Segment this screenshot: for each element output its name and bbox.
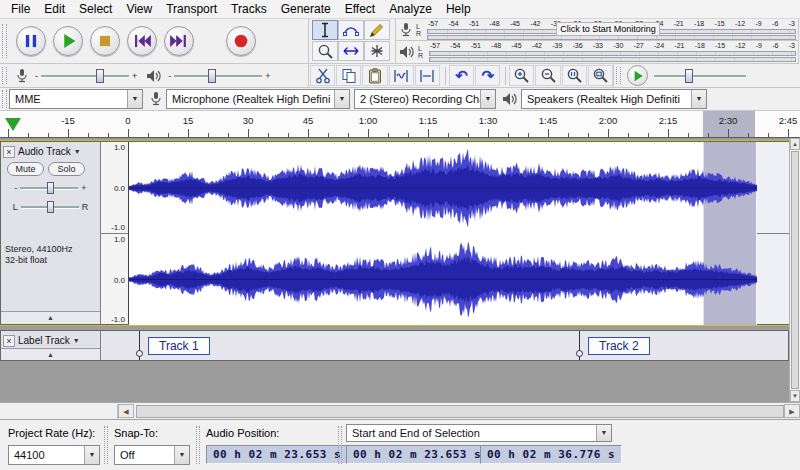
toolbar-grip[interactable] [616, 67, 621, 85]
menu-edit[interactable]: Edit [37, 0, 72, 18]
collapse-track-button[interactable]: ▲ [1, 348, 100, 360]
scroll-up-button[interactable]: ▲ [790, 138, 800, 150]
mute-button[interactable]: Mute [7, 162, 44, 176]
playback-meter[interactable]: -57-54-51-48-45-42-39-36-33-30-27-24-21-… [429, 42, 796, 62]
menu-help[interactable]: Help [439, 0, 478, 18]
playback-meter-toolbar[interactable]: L R -57-54-51-48-45-42-39-36-33-30-27-24… [396, 41, 799, 64]
track-menu-caret-icon[interactable]: ▼ [73, 337, 80, 344]
track-menu-caret-icon[interactable]: ▼ [74, 148, 81, 155]
horizontal-scroll-thumb[interactable] [136, 405, 784, 418]
copy-button[interactable] [336, 65, 361, 86]
chevron-down-icon[interactable]: ▼ [174, 446, 189, 464]
play-at-speed-button[interactable] [627, 65, 648, 86]
vertical-scroll-thumb[interactable] [791, 151, 799, 389]
recording-device-select[interactable]: Microphone (Realtek High Defini ▼ [166, 89, 350, 109]
trim-audio-button[interactable] [389, 65, 414, 86]
menu-tracks[interactable]: Tracks [224, 0, 274, 18]
close-track-button[interactable]: × [3, 146, 15, 158]
selection-mode-select[interactable]: Start and End of Selection ▼ [346, 424, 612, 442]
toolbar-grip[interactable] [196, 426, 200, 464]
timeline-ruler[interactable]: -1501530451:001:151:301:452:002:152:302:… [0, 111, 800, 138]
menu-view[interactable]: View [119, 0, 159, 18]
toolbar-grip[interactable] [2, 67, 7, 85]
snap-to-select[interactable]: Off ▼ [114, 445, 190, 465]
audio-host-select[interactable]: MME ▼ [9, 89, 143, 109]
label-marker-handle-icon[interactable] [576, 350, 583, 357]
redo-button[interactable]: ↷ [475, 65, 500, 86]
menu-file[interactable]: File [4, 0, 37, 18]
zoom-tool-button[interactable] [312, 41, 338, 61]
menu-select[interactable]: Select [72, 0, 119, 18]
scroll-right-button[interactable]: ▶ [784, 404, 800, 418]
slider-thumb[interactable] [47, 182, 54, 194]
play-button[interactable] [53, 26, 83, 56]
recording-volume-slider[interactable] [41, 67, 129, 85]
skip-to-end-button[interactable] [164, 26, 194, 56]
selection-tool-button[interactable] [312, 20, 338, 40]
monitoring-tooltip[interactable]: Click to Start Monitoring [556, 22, 660, 36]
menu-transport[interactable]: Transport [159, 0, 224, 18]
waveform-right-channel[interactable] [129, 234, 789, 325]
menu-effect[interactable]: Effect [338, 0, 382, 18]
recording-meter-toolbar[interactable]: L R -57-54-51-48-45-42-39-36-33-30-27-24… [396, 19, 799, 41]
chevron-down-icon[interactable]: ▼ [127, 90, 142, 108]
recording-channels-select[interactable]: 2 (Stereo) Recording Channels ▼ [354, 89, 496, 109]
waveform-left-channel[interactable] [129, 142, 789, 234]
chevron-down-icon[interactable]: ▼ [84, 446, 99, 464]
vertical-scrollbar[interactable]: ▲ ▼ [789, 138, 800, 402]
pause-button[interactable] [16, 26, 46, 56]
chevron-down-icon[interactable]: ▼ [334, 90, 349, 108]
toolbar-grip[interactable] [2, 90, 7, 107]
playback-device-select[interactable]: Speakers (Realtek High Definiti ▼ [521, 89, 707, 109]
slider-thumb[interactable] [685, 69, 693, 83]
close-track-button[interactable]: × [3, 335, 15, 347]
playback-speed-slider[interactable] [654, 67, 746, 85]
selection-start-display[interactable]: 00 h 02 m 23.653 s [346, 445, 488, 464]
audio-position-display[interactable]: 00 h 02 m 23.653 s [206, 445, 348, 464]
selection-end-display[interactable]: 00 h 02 m 36.776 s [480, 445, 622, 464]
toolbar-grip[interactable] [338, 426, 342, 464]
record-button[interactable] [226, 26, 256, 56]
slider-thumb[interactable] [208, 69, 216, 83]
playback-volume-slider[interactable] [174, 67, 262, 85]
skip-to-start-button[interactable] [127, 26, 157, 56]
paste-button[interactable] [362, 65, 387, 86]
chevron-down-icon[interactable]: ▼ [480, 90, 495, 108]
playhead-marker-icon[interactable] [5, 118, 21, 131]
menu-analyze[interactable]: Analyze [382, 0, 439, 18]
slider-thumb[interactable] [96, 69, 104, 83]
label-marker-handle-icon[interactable] [136, 350, 143, 357]
envelope-tool-button[interactable] [338, 20, 364, 40]
slider-thumb[interactable] [47, 201, 54, 213]
collapse-track-button[interactable]: ▲ [1, 311, 100, 324]
cut-button[interactable] [310, 65, 335, 86]
label-track-title[interactable]: Label Track [18, 335, 70, 346]
recording-meter[interactable]: -57-54-51-48-45-42-39-36-33-30-27-24-21-… [427, 20, 796, 40]
zoom-selection-button[interactable] [562, 65, 587, 86]
label-text[interactable]: Track 1 [148, 337, 210, 355]
label-track-content[interactable]: Track 1Track 2 [101, 331, 788, 360]
scroll-down-button[interactable]: ▼ [790, 390, 800, 402]
stop-button[interactable] [90, 26, 120, 56]
draw-tool-button[interactable] [364, 20, 390, 40]
audio-track-title[interactable]: Audio Track [18, 146, 71, 157]
toolbar-grip[interactable] [2, 24, 7, 58]
zoom-fit-button[interactable] [588, 65, 613, 86]
chevron-down-icon[interactable]: ▼ [691, 90, 706, 108]
horizontal-scrollbar[interactable]: ◀ ▶ [117, 404, 800, 419]
silence-audio-button[interactable] [415, 65, 440, 86]
toolbar-grip[interactable] [104, 426, 108, 464]
gain-slider[interactable] [20, 181, 78, 195]
label-text[interactable]: Track 2 [588, 337, 650, 355]
multi-tool-button[interactable] [364, 41, 390, 61]
solo-button[interactable]: Solo [48, 162, 85, 176]
scroll-left-button[interactable]: ◀ [118, 404, 134, 418]
zoom-in-button[interactable] [509, 65, 534, 86]
pan-slider[interactable] [21, 200, 79, 214]
waveform-area[interactable] [129, 142, 789, 324]
timeshift-tool-button[interactable] [338, 41, 364, 61]
menu-generate[interactable]: Generate [274, 0, 338, 18]
undo-button[interactable]: ↶ [449, 65, 474, 86]
zoom-out-button[interactable] [535, 65, 560, 86]
chevron-down-icon[interactable]: ▼ [596, 425, 611, 441]
